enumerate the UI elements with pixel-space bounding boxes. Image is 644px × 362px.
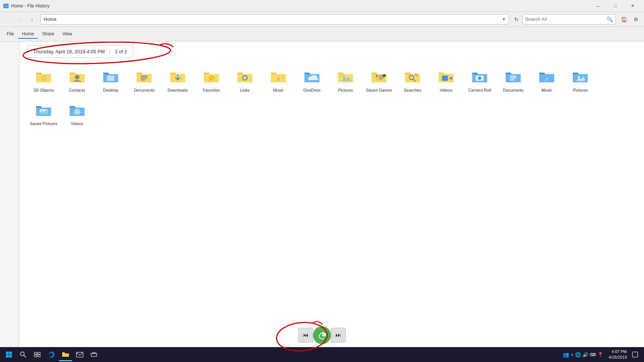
- refresh-button[interactable]: ↻: [512, 15, 521, 24]
- folder-pictures-icon: [337, 68, 354, 86]
- file-label-favorites: Favorites: [203, 88, 220, 93]
- ribbon-tab-view[interactable]: View: [59, 30, 76, 39]
- folder-downloads-icon: [169, 68, 187, 86]
- svg-rect-33: [73, 109, 75, 110]
- file-label-downloads: Downloads: [168, 88, 188, 93]
- taskbar-edge-item[interactable]: [45, 348, 58, 361]
- svg-text:♪: ♪: [545, 75, 549, 82]
- svg-rect-49: [34, 355, 37, 357]
- minimize-button[interactable]: —: [590, 0, 607, 12]
- date-divider: |: [109, 49, 110, 54]
- file-item-pictures2[interactable]: Pictures: [564, 64, 597, 97]
- file-item-downloads[interactable]: Downloads: [161, 64, 195, 97]
- file-item-desktop[interactable]: Desktop: [94, 64, 127, 97]
- file-item-pictures[interactable]: Pictures: [329, 64, 362, 97]
- ribbon-tab-share[interactable]: Share: [38, 30, 58, 39]
- taskbar-explorer-icon: [61, 350, 70, 358]
- file-label-saved-games: Saved Games: [366, 88, 392, 93]
- file-label-camera-roll: Camera Roll: [468, 88, 491, 93]
- file-label-pictures2: Pictures: [573, 88, 588, 93]
- close-button[interactable]: ✕: [624, 0, 641, 12]
- folder-saved-pictures-icon: [35, 102, 53, 120]
- svg-text:⬡: ⬡: [41, 75, 46, 81]
- search-icon[interactable]: 🔍: [607, 16, 613, 22]
- taskbar-volume-icon[interactable]: 🔊: [583, 352, 588, 358]
- back-button[interactable]: ←: [3, 14, 13, 25]
- svg-text:FH: FH: [4, 5, 8, 8]
- playback-wrapper: ⏮ ⏭: [298, 326, 346, 344]
- search-bar[interactable]: 🔍: [523, 14, 616, 25]
- file-item-contacts[interactable]: Contacts: [60, 64, 94, 97]
- taskbar-network-icon[interactable]: 🌐: [575, 352, 581, 358]
- title-bar-controls: — □ ✕: [590, 0, 641, 12]
- title-bar: FH Home - File History — □ ✕: [0, 0, 644, 12]
- taskbar-search-icon: [19, 351, 27, 358]
- maximize-button[interactable]: □: [607, 0, 624, 12]
- file-item-searches[interactable]: Searches: [396, 64, 429, 97]
- svg-rect-6: [141, 76, 148, 77]
- taskbar-store-item[interactable]: [87, 348, 101, 361]
- folder-videos-icon: [437, 68, 455, 86]
- up-button[interactable]: ↑: [27, 14, 37, 25]
- ribbon-tab-home[interactable]: Home: [18, 30, 38, 39]
- taskbar-items: [16, 348, 101, 361]
- svg-rect-43: [6, 355, 9, 358]
- file-item-links[interactable]: Links: [228, 64, 262, 97]
- folder-links-icon: [236, 68, 254, 86]
- page-info: 2 of 2: [115, 49, 127, 54]
- address-bar[interactable]: Home ▼: [40, 14, 509, 25]
- window-title: Home - File History: [11, 3, 50, 9]
- taskbar-keyboard-icon[interactable]: ⌨: [590, 352, 596, 357]
- app-icon: FH: [3, 3, 9, 9]
- file-item-saved-pictures[interactable]: Saved Pictures: [27, 97, 60, 131]
- forward-button[interactable]: →: [15, 14, 25, 25]
- taskbar-search-item[interactable]: [16, 348, 30, 361]
- notification-center-button[interactable]: [629, 349, 641, 361]
- ribbon-tab-file[interactable]: File: [3, 30, 18, 39]
- svg-text:♪: ♪: [277, 75, 280, 82]
- svg-rect-25: [510, 76, 517, 77]
- svg-rect-50: [38, 355, 40, 357]
- play-button[interactable]: [313, 326, 331, 344]
- svg-rect-48: [38, 352, 40, 354]
- svg-rect-26: [510, 77, 517, 79]
- start-button[interactable]: [3, 349, 15, 361]
- taskbar-explorer-item[interactable]: [59, 348, 72, 361]
- taskbar-mail-item[interactable]: [73, 348, 86, 361]
- file-label-videos: Videos: [440, 88, 452, 93]
- taskbar-clock[interactable]: 4:07 PM 4/18/2019: [609, 349, 627, 361]
- address-text: Home: [44, 16, 502, 22]
- search-input[interactable]: [525, 16, 607, 22]
- taskbar: 👥 ∧ 🌐 🔊 ⌨ 📍 4:07 PM 4/18/2019: [0, 347, 644, 362]
- taskbar-up-arrow-icon[interactable]: ∧: [571, 352, 574, 357]
- next-button[interactable]: ⏭: [331, 328, 346, 343]
- file-label-onedrive: OneDrive: [303, 88, 321, 93]
- file-item-documents[interactable]: Documents: [127, 64, 161, 97]
- svg-rect-27: [510, 79, 514, 80]
- taskbar-mail-icon: [76, 350, 84, 359]
- file-item-music2[interactable]: ♪ Music: [530, 64, 564, 97]
- file-item-onedrive[interactable]: OneDrive: [295, 64, 329, 97]
- folder-documents2-icon: [504, 68, 522, 86]
- file-item-camera-roll[interactable]: Camera Roll: [463, 64, 496, 97]
- folder-music-icon: ♪: [269, 68, 287, 86]
- folder-3d-objects-icon: ⬡: [35, 68, 53, 86]
- file-item-videos[interactable]: Videos: [429, 64, 463, 97]
- taskbar-location-icon[interactable]: 📍: [597, 352, 603, 358]
- taskbar-people-icon[interactable]: 👥: [563, 352, 569, 358]
- file-item-videos2[interactable]: Videos: [60, 97, 94, 131]
- file-item-saved-games[interactable]: Saved Games: [362, 64, 396, 97]
- file-item-3d-objects[interactable]: ⬡ 3D Objects: [27, 64, 60, 97]
- svg-point-23: [478, 77, 481, 80]
- taskbar-taskview-item[interactable]: [31, 348, 44, 361]
- file-label-3d-objects: 3D Objects: [34, 88, 54, 93]
- taskbar-system-icons: 👥 ∧ 🌐 🔊 ⌨ 📍: [563, 352, 603, 358]
- file-item-documents2[interactable]: Documents: [496, 64, 530, 97]
- file-item-favorites[interactable]: Favorites: [195, 64, 228, 97]
- prev-button[interactable]: ⏮: [298, 328, 313, 343]
- address-dropdown-icon[interactable]: ▼: [502, 17, 506, 21]
- settings-icon-btn[interactable]: ⚙: [631, 14, 641, 25]
- file-item-music[interactable]: ♪ Music: [262, 64, 295, 97]
- svg-point-16: [383, 74, 386, 77]
- home-icon-btn[interactable]: 🏠: [619, 14, 629, 25]
